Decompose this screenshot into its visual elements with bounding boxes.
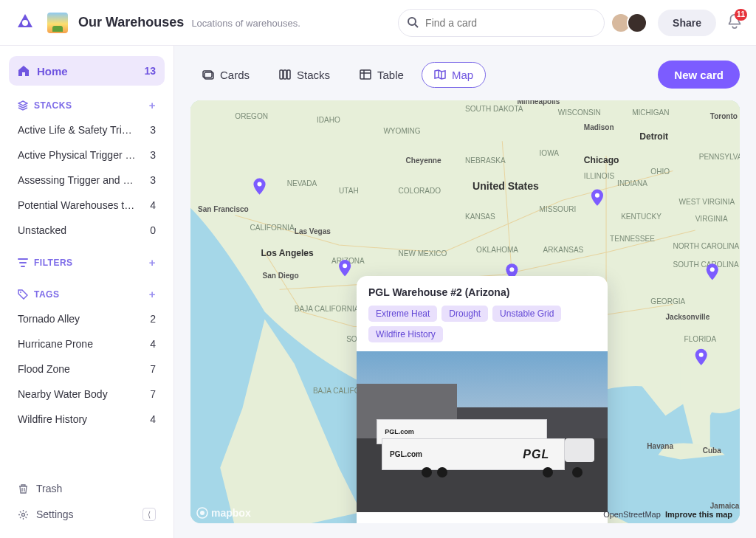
user-avatars[interactable] bbox=[615, 13, 647, 33]
trash-nav[interactable]: Trash bbox=[9, 476, 165, 501]
tag-pill[interactable]: Extreme Heat bbox=[368, 306, 437, 322]
map-canvas[interactable]: OREGON IDAHO WYOMING SOUTH DAKOTA WISCON… bbox=[190, 100, 740, 523]
nav-home[interactable]: Home 13 bbox=[9, 56, 165, 86]
state-label: GEORGIA bbox=[650, 297, 685, 306]
state-label: WEST VIRGINIA bbox=[679, 198, 735, 206]
tag-pill[interactable]: Unstable Grid bbox=[492, 306, 561, 322]
svg-point-29 bbox=[257, 182, 261, 187]
tab-map[interactable]: Map bbox=[422, 62, 486, 88]
search-input[interactable] bbox=[398, 9, 605, 37]
app-logo[interactable] bbox=[13, 11, 37, 35]
tag-item[interactable]: Wildfire History4 bbox=[9, 407, 165, 432]
state-label: ARKANSAS bbox=[543, 246, 584, 254]
svg-text:Toronto: Toronto bbox=[710, 112, 738, 120]
location-value: 2820 South 18th Place, STE 100 bbox=[456, 523, 596, 523]
svg-rect-8 bbox=[284, 70, 286, 79]
page-subtitle: Locations of warehouses. bbox=[191, 18, 300, 29]
state-label: NEBRASKA bbox=[465, 156, 506, 165]
trash-icon bbox=[18, 483, 29, 494]
svg-point-30 bbox=[595, 193, 599, 198]
stack-item[interactable]: Unstacked0 bbox=[9, 218, 165, 243]
notification-count: 11 bbox=[735, 9, 747, 21]
tag-item[interactable]: Hurricane Prone4 bbox=[9, 331, 165, 356]
page-title: Our Warehouses bbox=[78, 15, 184, 30]
tab-cards[interactable]: Cards bbox=[190, 63, 261, 87]
svg-text:Los Angeles: Los Angeles bbox=[261, 248, 314, 258]
svg-point-32 bbox=[509, 267, 514, 272]
tab-table[interactable]: Table bbox=[348, 63, 416, 87]
home-icon bbox=[18, 65, 30, 77]
state-label: SOUTH DAKOTA bbox=[465, 105, 523, 113]
collapse-sidebar-icon[interactable]: ⟨ bbox=[142, 508, 156, 521]
state-label: KANSAS bbox=[465, 213, 495, 221]
state-label: OHIO bbox=[650, 168, 670, 176]
settings-nav[interactable]: Settings ⟨ bbox=[9, 501, 165, 528]
avatar[interactable] bbox=[627, 13, 647, 33]
filter-icon bbox=[18, 258, 28, 268]
state-label: WYOMING bbox=[383, 127, 420, 135]
columns-icon bbox=[279, 69, 291, 80]
add-tag-button[interactable]: + bbox=[149, 288, 156, 300]
svg-point-1 bbox=[408, 18, 416, 25]
svg-text:San Diego: San Diego bbox=[263, 272, 299, 280]
tags-header: TAGS + bbox=[9, 275, 165, 306]
tag-item[interactable]: Flood Zone7 bbox=[9, 356, 165, 382]
stack-item[interactable]: Active Life & Safety Trig…3 bbox=[9, 117, 165, 142]
svg-text:Havana: Havana bbox=[647, 443, 673, 451]
svg-point-31 bbox=[343, 263, 347, 268]
stack-item[interactable]: Assessing Trigger and w…3 bbox=[9, 168, 165, 193]
state-label: ILLINOIS bbox=[584, 172, 615, 180]
notifications-bell[interactable]: 11 bbox=[726, 13, 743, 32]
share-button[interactable]: Share bbox=[658, 10, 716, 36]
state-label: MISSOURI bbox=[540, 205, 577, 213]
improve-map-link[interactable]: Improve this map bbox=[665, 510, 732, 519]
state-label: WISCONSIN bbox=[558, 108, 601, 117]
svg-point-3 bbox=[20, 292, 21, 293]
mapbox-attribution[interactable]: mapbox bbox=[196, 507, 251, 519]
svg-text:San Francisco: San Francisco bbox=[198, 205, 249, 213]
cards-icon bbox=[202, 69, 214, 80]
svg-rect-10 bbox=[360, 70, 371, 79]
nav-home-label: Home bbox=[37, 65, 68, 77]
nav-home-count: 13 bbox=[144, 65, 156, 77]
svg-text:Jamaica: Jamaica bbox=[710, 502, 740, 510]
tag-icon bbox=[18, 289, 28, 300]
state-label: KENTUCKY bbox=[621, 213, 662, 221]
table-icon bbox=[360, 69, 371, 80]
new-card-button[interactable]: New card bbox=[658, 61, 740, 89]
svg-text:Las Vegas: Las Vegas bbox=[295, 227, 331, 235]
state-label: TENNESSEE bbox=[610, 235, 655, 243]
stack-item[interactable]: Active Physical Trigger E…3 bbox=[9, 142, 165, 168]
add-stack-button[interactable]: + bbox=[149, 99, 156, 111]
stack-item[interactable]: Potential Warehouses to…4 bbox=[9, 193, 165, 218]
location-key: Location bbox=[368, 523, 405, 523]
state-label: INDIANA bbox=[617, 179, 647, 187]
add-filter-button[interactable]: + bbox=[149, 256, 156, 269]
svg-rect-7 bbox=[280, 70, 283, 79]
svg-point-4 bbox=[22, 513, 25, 516]
map-icon bbox=[434, 69, 446, 80]
tag-pill[interactable]: Drought bbox=[441, 306, 488, 322]
popup-title: PGL Warehouse #2 (Arizona) bbox=[368, 286, 596, 298]
tab-stacks[interactable]: Stacks bbox=[267, 63, 342, 87]
state-label: OKLAHOMA bbox=[476, 246, 518, 254]
state-label: UTAH bbox=[339, 187, 359, 195]
location-popup[interactable]: PGL Warehouse #2 (Arizona) Extreme Heat … bbox=[357, 276, 608, 523]
map-attribution-right: OpenStreetMap Improve this map bbox=[603, 510, 732, 519]
state-label: SOUTH CAROLINA bbox=[673, 261, 740, 269]
tag-item[interactable]: Tornado Alley2 bbox=[9, 306, 165, 331]
svg-line-2 bbox=[415, 24, 418, 27]
state-label: OREGON bbox=[235, 112, 268, 120]
tag-item[interactable]: Nearby Water Body7 bbox=[9, 382, 165, 407]
state-label: NEW MEXICO bbox=[399, 249, 447, 258]
tag-pill[interactable]: Wildfire History bbox=[368, 326, 443, 342]
svg-text:Jacksonville: Jacksonville bbox=[665, 313, 709, 321]
state-label: NORTH CAROLINA bbox=[673, 242, 740, 250]
svg-text:Minneapolis: Minneapolis bbox=[517, 100, 560, 106]
state-label: BAJA CALIFORNIA bbox=[295, 306, 360, 314]
svg-point-34 bbox=[699, 353, 704, 357]
svg-text:United States: United States bbox=[472, 180, 539, 192]
state-label: PENNSYLVANIA bbox=[699, 153, 740, 161]
document-icon[interactable] bbox=[47, 13, 68, 33]
gear-icon bbox=[18, 509, 29, 520]
